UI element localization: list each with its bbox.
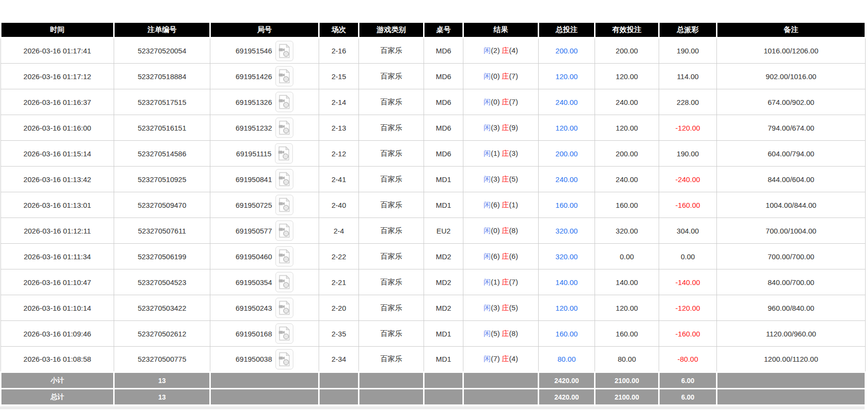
cell-total-bet[interactable]: 140.00	[539, 269, 595, 295]
cell-bet-id: 523270518884	[114, 64, 210, 89]
cell-session: 2-14	[319, 89, 359, 115]
subtotal-empty-result	[463, 372, 539, 389]
round-number: 691951326	[236, 98, 272, 106]
column-header-valid-bet: 有效投注	[595, 22, 659, 38]
column-header-time: 时间	[1, 22, 114, 38]
cell-total-bet[interactable]: 200.00	[539, 38, 595, 64]
cell-game-type: 百家乐	[359, 244, 424, 269]
video-thumbnail-button[interactable]	[275, 323, 293, 344]
cell-bet-id: 523270517515	[114, 89, 210, 115]
cell-result: 闲(0) 庄(7)	[463, 64, 539, 89]
cell-game-type: 百家乐	[359, 218, 424, 244]
player-result-label: 闲	[484, 303, 491, 312]
cell-bet-id: 523270520054	[114, 38, 210, 64]
player-result-label: 闲	[484, 252, 491, 260]
cell-total-bet[interactable]: 160.00	[539, 192, 595, 218]
banker-result-label: 庄	[502, 303, 509, 312]
video-thumbnail-button[interactable]	[275, 66, 293, 86]
cell-session: 2-16	[319, 38, 359, 64]
cell-table-no: MD6	[424, 115, 463, 141]
cell-game-type: 百家乐	[359, 38, 424, 64]
player-points: (0)	[491, 72, 500, 80]
cell-total-bet[interactable]: 240.00	[539, 167, 595, 192]
column-header-total-bet: 总投注	[539, 22, 595, 38]
video-thumbnail-button[interactable]	[275, 195, 293, 215]
cell-table-no: EU2	[424, 218, 463, 244]
cell-time: 2026-03-16 01:16:37	[1, 89, 114, 115]
cell-time: 2026-03-16 01:13:01	[1, 192, 114, 218]
column-header-result: 结果	[463, 22, 539, 38]
cell-bet-id: 523270516151	[114, 115, 210, 141]
cell-remark: 1120.00/960.00	[717, 321, 866, 347]
broken-video-icon	[278, 44, 290, 58]
cell-total-payout: -160.00	[659, 321, 717, 347]
banker-result-label: 庄	[502, 226, 509, 235]
cell-total-bet[interactable]: 320.00	[539, 244, 595, 269]
cell-result: 闲(6) 庄(1)	[463, 192, 539, 218]
banker-points: (5)	[509, 303, 518, 312]
cell-round-id: 691951326	[210, 89, 319, 115]
video-thumbnail-button[interactable]	[275, 169, 293, 189]
table-row: 2026-03-16 01:17:12523270518884691951426…	[1, 64, 866, 89]
player-result-label: 闲	[484, 329, 491, 337]
cell-total-bet[interactable]: 120.00	[539, 115, 595, 141]
cell-round-id: 691950354	[210, 269, 319, 295]
cell-session: 2-12	[319, 141, 359, 167]
cell-result: 闲(1) 庄(7)	[463, 269, 539, 295]
cell-round-id: 691950243	[210, 295, 319, 321]
video-thumbnail-button[interactable]	[275, 272, 293, 292]
video-thumbnail-button[interactable]	[275, 92, 293, 112]
cell-total-bet[interactable]: 200.00	[539, 141, 595, 167]
video-thumbnail-button[interactable]	[275, 349, 293, 369]
cell-total-bet[interactable]: 120.00	[539, 295, 595, 321]
cell-total-payout: -120.00	[659, 115, 717, 141]
cell-valid-bet: 0.00	[595, 244, 659, 269]
cell-result: 闲(0) 庄(8)	[463, 218, 539, 244]
round-number: 691951115	[236, 150, 272, 158]
subtotal-valid-bet: 2100.00	[595, 372, 659, 389]
cell-valid-bet: 140.00	[595, 269, 659, 295]
video-thumbnail-button[interactable]	[275, 143, 293, 164]
cell-session: 2-35	[319, 321, 359, 347]
cell-valid-bet: 160.00	[595, 321, 659, 347]
cell-total-bet[interactable]: 120.00	[539, 64, 595, 89]
round-number: 691951426	[236, 72, 272, 81]
cell-bet-id: 523270502612	[114, 321, 210, 347]
cell-total-bet[interactable]: 160.00	[539, 321, 595, 347]
cell-session: 2-34	[319, 347, 359, 372]
video-thumbnail-button[interactable]	[275, 41, 293, 61]
cell-result: 闲(2) 庄(4)	[463, 38, 539, 64]
cell-round-id: 691951232	[210, 115, 319, 141]
cell-remark: 700.00/1004.00	[717, 218, 866, 244]
cell-table-no: MD1	[424, 192, 463, 218]
grand-total-valid-bet: 2100.00	[595, 389, 659, 405]
cell-table-no: MD6	[424, 38, 463, 64]
banker-points: (7)	[509, 278, 518, 286]
video-thumbnail-button[interactable]	[275, 298, 293, 318]
cell-game-type: 百家乐	[359, 64, 424, 89]
player-points: (6)	[491, 252, 500, 260]
broken-video-icon	[278, 223, 290, 238]
broken-video-icon	[278, 198, 290, 212]
subtotal-empty-round	[210, 372, 319, 389]
video-thumbnail-button[interactable]	[275, 117, 293, 138]
round-number: 691951546	[236, 47, 272, 55]
round-number: 691950038	[236, 355, 272, 363]
cell-total-bet[interactable]: 240.00	[539, 89, 595, 115]
cell-time: 2026-03-16 01:10:47	[1, 269, 114, 295]
cell-valid-bet: 240.00	[595, 89, 659, 115]
grand-total-total-bet: 2420.00	[539, 389, 595, 405]
video-thumbnail-button[interactable]	[275, 220, 293, 241]
cell-table-no: MD1	[424, 347, 463, 372]
video-thumbnail-button[interactable]	[275, 246, 293, 267]
cell-bet-id: 523270510925	[114, 167, 210, 192]
cell-valid-bet: 200.00	[595, 141, 659, 167]
cell-game-type: 百家乐	[359, 192, 424, 218]
cell-table-no: MD2	[424, 295, 463, 321]
cell-total-bet[interactable]: 80.00	[539, 347, 595, 372]
cell-total-payout: -80.00	[659, 347, 717, 372]
cell-round-id: 691950577	[210, 218, 319, 244]
column-header-round-id: 局号	[210, 22, 319, 38]
cell-total-payout: -140.00	[659, 269, 717, 295]
cell-total-bet[interactable]: 320.00	[539, 218, 595, 244]
